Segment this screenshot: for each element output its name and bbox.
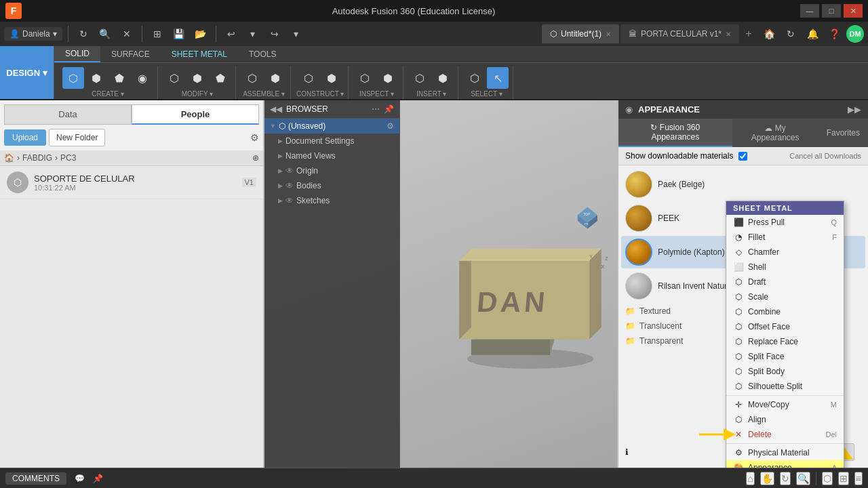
refresh-button[interactable]: ↻: [74, 24, 93, 43]
upload-button[interactable]: Upload: [4, 129, 46, 146]
zoom-button[interactable]: 🔍: [796, 472, 810, 485]
save-as-button[interactable]: 📂: [191, 24, 210, 43]
tab-porta-close[interactable]: ✕: [726, 30, 731, 38]
cm-move-copy[interactable]: ✛ Move/Copy M: [726, 397, 844, 412]
close-panel-button[interactable]: ✕: [117, 24, 136, 43]
tab-people[interactable]: People: [132, 104, 259, 125]
breadcrumb-action[interactable]: ⊕: [252, 153, 259, 163]
user-avatar[interactable]: DM: [846, 25, 864, 43]
user-menu[interactable]: 👤 Daniela ▾: [4, 27, 62, 41]
browser-bodies[interactable]: ▶ 👁 Bodies: [264, 178, 399, 193]
maximize-button[interactable]: □: [822, 4, 841, 18]
select-btn-1[interactable]: ⬡: [464, 67, 486, 89]
select-btn-active[interactable]: ↖: [487, 67, 509, 89]
viewport[interactable]: ◀◀ BROWSER ⋯ 📌 ▼ ⬡ (Unsaved) ⚙ ▶ Documen…: [264, 100, 868, 468]
browser-origin[interactable]: ▶ 👁 Origin: [264, 163, 399, 178]
redo-arrow[interactable]: ▾: [287, 24, 306, 43]
eye-icon-sketches[interactable]: 👁: [285, 196, 294, 205]
minimize-button[interactable]: —: [800, 4, 819, 18]
cm-offset-face[interactable]: ⬡ Offset Face: [726, 319, 844, 334]
undo-button[interactable]: ↩: [222, 24, 241, 43]
panel-settings-button[interactable]: ⚙: [250, 132, 259, 143]
ap-tab-favorites[interactable]: Favorites: [818, 119, 868, 147]
search-button[interactable]: 🔍: [96, 24, 115, 43]
tab-surface[interactable]: SURFACE: [100, 46, 161, 62]
grid-button[interactable]: ⊞: [148, 24, 167, 43]
create-btn-2[interactable]: ⬢: [85, 67, 107, 89]
cm-appearance[interactable]: 🎨 Appearance A: [726, 460, 844, 468]
cm-split-face[interactable]: ⬡ Split Face: [726, 349, 844, 364]
tab-sheet-metal[interactable]: SHEET METAL: [161, 46, 238, 62]
modify-btn-1[interactable]: ⬡: [163, 67, 185, 89]
construct-btn-1[interactable]: ⬡: [298, 67, 319, 89]
ap-tab-my[interactable]: ☁ My Appearances: [732, 119, 818, 147]
assemble-btn-1[interactable]: ⬡: [241, 67, 263, 89]
tab-close[interactable]: ✕: [606, 30, 611, 38]
home-button[interactable]: 🏠: [760, 24, 778, 43]
cm-delete[interactable]: ✕ Delete Del: [726, 427, 844, 442]
construct-btn-2[interactable]: ⬢: [321, 67, 342, 89]
browser-options[interactable]: ⋯: [372, 104, 380, 114]
file-item-soporte[interactable]: ⬡ SOPORTE DE CELULAR 10:31:22 AM V1: [0, 166, 263, 199]
cm-align[interactable]: ⬡ Align: [726, 412, 844, 427]
settings-icon[interactable]: ⚙: [387, 121, 394, 131]
browser-sketches[interactable]: ▶ 👁 Sketches: [264, 193, 399, 208]
sync-button[interactable]: ↻: [781, 24, 800, 43]
create-btn-1[interactable]: ⬡: [62, 67, 84, 89]
undo-arrow[interactable]: ▾: [243, 24, 262, 43]
orbit-button[interactable]: ↻: [780, 472, 791, 485]
inspect-btn-2[interactable]: ⬢: [377, 67, 399, 89]
info-icon[interactable]: ℹ: [625, 447, 629, 457]
cm-press-pull[interactable]: ⬛ Press Pull Q: [726, 215, 844, 230]
cancel-downloads-label[interactable]: Cancel all Downloads: [789, 152, 861, 160]
new-tab-button[interactable]: +: [741, 26, 757, 42]
cm-physical-material[interactable]: ⚙ Physical Material: [726, 445, 844, 460]
cm-split-body[interactable]: ⬡ Split Body: [726, 364, 844, 379]
cm-fillet[interactable]: ◔ Fillet F: [726, 230, 844, 245]
cm-draft[interactable]: ⬡ Draft: [726, 274, 844, 289]
tab-porta[interactable]: 🏛 PORTA CELULAR v1* ✕: [620, 24, 739, 43]
browser-pin[interactable]: 📌: [384, 104, 394, 114]
modify-btn-2[interactable]: ⬢: [186, 67, 208, 89]
model-viewport[interactable]: DAN TOP FR Z Y X: [400, 100, 617, 468]
breadcrumb-fabdig[interactable]: FABDIG: [22, 153, 52, 163]
tab-untitled[interactable]: ⬡ Untitled*(1) ✕: [542, 24, 619, 43]
pan-button[interactable]: ✋: [760, 472, 774, 485]
insert-btn-1[interactable]: ⬡: [409, 67, 431, 89]
more-options-button[interactable]: ≡: [854, 472, 863, 485]
cm-chamfer[interactable]: ◇ Chamfer: [726, 245, 844, 260]
close-button[interactable]: ✕: [844, 4, 863, 18]
create-btn-4[interactable]: ◉: [132, 67, 153, 89]
browser-item-unsaved[interactable]: ▼ ⬡ (Unsaved) ⚙: [264, 119, 399, 134]
help-button[interactable]: ❓: [825, 24, 844, 43]
display-mode-button[interactable]: ⬡: [822, 472, 833, 485]
material-paek-beige[interactable]: Paek (Beige): [621, 168, 865, 201]
create-btn-3[interactable]: ⬟: [108, 67, 130, 89]
cm-combine[interactable]: ⬡ Combine: [726, 304, 844, 319]
modify-btn-3[interactable]: ⬟: [210, 67, 231, 89]
comments-pin[interactable]: 📌: [93, 474, 103, 483]
notification-button[interactable]: 🔔: [803, 24, 822, 43]
tab-data[interactable]: Data: [4, 104, 132, 125]
ap-expand-button[interactable]: ▶▶: [848, 104, 861, 115]
ap-tab-fusion[interactable]: ↻ Fusion 360 Appearances: [618, 119, 732, 147]
tab-solid[interactable]: SOLID: [54, 46, 100, 62]
cm-shell[interactable]: ⬜ Shell: [726, 260, 844, 274]
browser-doc-settings[interactable]: ▶ Document Settings: [264, 134, 399, 148]
eye-icon-bodies[interactable]: 👁: [285, 181, 294, 190]
browser-collapse[interactable]: ◀◀: [270, 104, 282, 114]
inspect-btn-1[interactable]: ⬡: [354, 67, 376, 89]
eye-icon-origin[interactable]: 👁: [285, 166, 294, 176]
comments-tab[interactable]: COMMENTS: [5, 472, 66, 485]
show-downloadable-checkbox[interactable]: [738, 152, 747, 161]
cm-scale[interactable]: ⬡ Scale: [726, 289, 844, 304]
home-view-button[interactable]: ⌂: [746, 472, 754, 485]
cm-silhouette-split[interactable]: ⬡ Silhouette Split: [726, 379, 844, 394]
assemble-btn-2[interactable]: ⬢: [264, 67, 286, 89]
breadcrumb-pc3[interactable]: PC3: [60, 153, 76, 163]
cm-replace-face[interactable]: ⬡ Replace Face: [726, 334, 844, 349]
grid-view-button[interactable]: ⊞: [838, 472, 849, 485]
tab-tools[interactable]: TOOLS: [238, 46, 287, 62]
redo-button[interactable]: ↪: [265, 24, 284, 43]
save-button[interactable]: 💾: [170, 24, 189, 43]
